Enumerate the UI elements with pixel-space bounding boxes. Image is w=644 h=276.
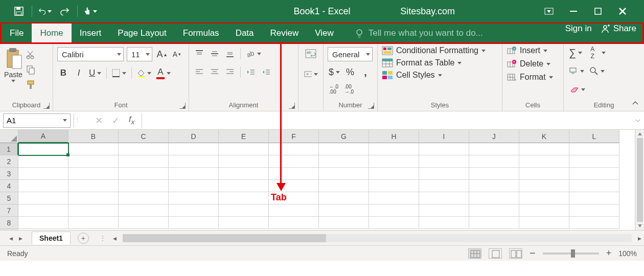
cell[interactable] xyxy=(519,204,569,217)
cell[interactable] xyxy=(169,155,219,168)
bold-button[interactable]: B xyxy=(57,66,70,80)
cell[interactable] xyxy=(569,192,619,204)
column-header[interactable]: G xyxy=(319,130,369,143)
font-name-combo[interactable]: Calibri xyxy=(57,47,124,61)
close-icon[interactable] xyxy=(615,4,630,18)
zoom-out-icon[interactable]: − xyxy=(530,247,536,259)
cell[interactable] xyxy=(519,180,569,192)
cell[interactable] xyxy=(469,180,519,192)
ribbon-display-icon[interactable] xyxy=(542,4,556,18)
insert-cells-button[interactable]: +Insert xyxy=(507,46,559,55)
row-header[interactable]: 3 xyxy=(0,168,18,180)
cell[interactable] xyxy=(369,180,419,192)
column-header[interactable]: A xyxy=(18,130,68,143)
cell[interactable] xyxy=(469,143,519,155)
cell[interactable] xyxy=(219,217,269,229)
cell[interactable] xyxy=(169,217,219,229)
delete-cells-button[interactable]: ×Delete xyxy=(507,59,559,68)
collapse-ribbon-icon[interactable] xyxy=(632,99,639,108)
wrap-text-icon[interactable]: ab xyxy=(303,47,319,60)
cell[interactable] xyxy=(269,143,319,155)
merge-center-icon[interactable] xyxy=(303,67,319,81)
sheet-tab[interactable]: Sheet1 xyxy=(32,232,71,244)
name-box[interactable]: A1 xyxy=(3,113,71,128)
cell[interactable] xyxy=(169,180,219,192)
column-header[interactable]: L xyxy=(569,130,619,143)
cell[interactable] xyxy=(369,155,419,168)
cell[interactable] xyxy=(68,192,119,204)
cell[interactable] xyxy=(319,168,369,180)
increase-font-icon[interactable]: A▴ xyxy=(155,48,168,61)
italic-button[interactable]: I xyxy=(73,66,85,80)
cell[interactable] xyxy=(18,204,68,217)
cut-icon[interactable] xyxy=(26,49,37,59)
column-header[interactable]: I xyxy=(419,130,469,143)
cell[interactable] xyxy=(519,192,569,204)
undo-icon[interactable] xyxy=(38,5,52,18)
cell[interactable] xyxy=(569,155,619,168)
cell[interactable] xyxy=(369,168,419,180)
cell[interactable] xyxy=(68,217,119,229)
cell[interactable] xyxy=(519,168,569,180)
align-top-icon[interactable] xyxy=(193,47,205,60)
cell[interactable] xyxy=(119,204,169,217)
font-size-combo[interactable]: 11 xyxy=(127,47,152,61)
align-center-icon[interactable] xyxy=(209,65,221,79)
cancel-formula-icon[interactable]: ✕ xyxy=(95,115,103,126)
format-painter-icon[interactable] xyxy=(26,80,37,90)
select-all-corner[interactable] xyxy=(0,130,18,143)
cell[interactable] xyxy=(119,168,169,180)
orientation-icon[interactable]: ab xyxy=(245,47,262,60)
share-button[interactable]: Share xyxy=(600,24,636,34)
page-layout-view-icon[interactable] xyxy=(489,248,502,259)
normal-view-icon[interactable] xyxy=(468,248,481,259)
accounting-format-icon[interactable]: $ xyxy=(328,65,341,79)
comma-format-icon[interactable]: , xyxy=(359,65,372,79)
cell[interactable] xyxy=(319,155,369,168)
tab-formulas[interactable]: Formulas xyxy=(175,24,227,42)
cell[interactable] xyxy=(119,143,169,155)
cell[interactable] xyxy=(369,143,419,155)
fill-button[interactable] xyxy=(568,64,585,78)
zoom-slider[interactable] xyxy=(543,252,599,255)
cell[interactable] xyxy=(319,192,369,204)
find-select-button[interactable] xyxy=(588,64,606,78)
dialog-launcher-icon[interactable] xyxy=(43,103,50,109)
save-icon[interactable] xyxy=(12,5,26,18)
cell[interactable] xyxy=(219,204,269,217)
cell[interactable] xyxy=(569,217,619,229)
cell[interactable] xyxy=(469,192,519,204)
tab-view[interactable]: View xyxy=(307,24,342,42)
sheet-nav-next-icon[interactable]: ▸ xyxy=(19,234,22,242)
column-header[interactable]: B xyxy=(68,130,119,143)
tab-review[interactable]: Review xyxy=(262,24,307,42)
minimize-icon[interactable] xyxy=(566,4,581,18)
row-header[interactable]: 1 xyxy=(0,143,18,155)
cell[interactable] xyxy=(119,217,169,229)
redo-icon[interactable] xyxy=(58,5,71,18)
cell[interactable] xyxy=(219,192,269,204)
column-header[interactable]: F xyxy=(269,130,319,143)
cell[interactable] xyxy=(18,155,68,168)
add-sheet-icon[interactable]: + xyxy=(78,233,89,244)
cell[interactable] xyxy=(569,143,619,155)
tab-home[interactable]: Home xyxy=(32,24,71,42)
vertical-scrollbar[interactable] xyxy=(635,130,644,230)
cell[interactable] xyxy=(269,168,319,180)
tell-me-search[interactable]: Tell me what you want to do... xyxy=(354,24,483,42)
clear-button[interactable] xyxy=(568,83,586,96)
cell[interactable] xyxy=(519,143,569,155)
cell[interactable] xyxy=(219,168,269,180)
cell[interactable] xyxy=(569,168,619,180)
cell[interactable] xyxy=(269,204,319,217)
cell[interactable] xyxy=(68,143,119,155)
cell[interactable] xyxy=(169,192,219,204)
cell[interactable] xyxy=(469,168,519,180)
cell[interactable] xyxy=(419,143,469,155)
border-button[interactable] xyxy=(111,66,127,80)
cell[interactable] xyxy=(419,168,469,180)
column-header[interactable]: D xyxy=(169,130,219,143)
formula-input[interactable] xyxy=(142,113,632,128)
scroll-left-icon[interactable]: ◂ xyxy=(110,234,120,243)
sheet-nav-prev-icon[interactable]: ◂ xyxy=(9,234,13,242)
